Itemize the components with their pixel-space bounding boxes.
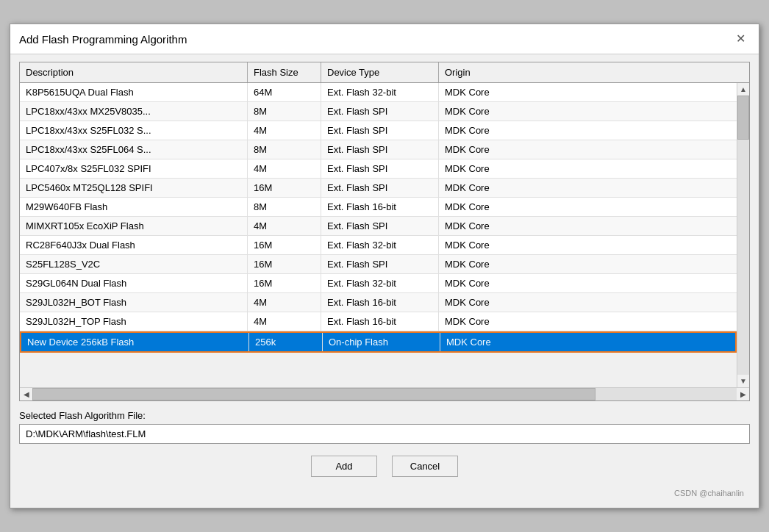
cell-flash-size: 4M bbox=[248, 121, 321, 140]
cell-flash-size: 4M bbox=[248, 312, 321, 331]
cell-origin: MDK Core bbox=[440, 333, 735, 351]
cell-flash-size: 4M bbox=[248, 217, 321, 235]
cell-description: S29GL064N Dual Flash bbox=[20, 274, 248, 292]
cell-description: LPC18xx/43xx S25FL064 S... bbox=[20, 140, 248, 159]
table-row[interactable]: LPC18xx/43xx S25FL064 S...8MExt. Flash S… bbox=[20, 140, 737, 159]
dialog-content: Description Flash Size Device Type Origi… bbox=[10, 54, 759, 508]
table-row[interactable]: MIMXRT105x EcoXiP Flash4MExt. Flash SPIM… bbox=[20, 217, 737, 236]
cell-device-type: Ext. Flash SPI bbox=[321, 159, 439, 178]
dialog-title: Add Flash Programming Algorithm bbox=[19, 33, 187, 46]
col-device-type: Device Type bbox=[321, 62, 439, 82]
algorithm-table: Description Flash Size Device Type Origi… bbox=[19, 62, 750, 401]
cell-description: LPC18xx/43xx S25FL032 S... bbox=[20, 121, 248, 140]
cell-flash-size: 16M bbox=[248, 236, 321, 254]
table-row[interactable]: S29JL032H_TOP Flash4MExt. Flash 16-bitMD… bbox=[20, 312, 737, 331]
cell-origin: MDK Core bbox=[439, 312, 737, 331]
cell-description: LPC407x/8x S25FL032 SPIFI bbox=[20, 159, 248, 178]
table-row[interactable]: M29W640FB Flash8MExt. Flash 16-bitMDK Co… bbox=[20, 198, 737, 217]
col-origin: Origin bbox=[439, 62, 749, 82]
h-scroll-thumb[interactable] bbox=[32, 388, 595, 400]
cell-origin: MDK Core bbox=[439, 255, 737, 273]
table-row[interactable]: S25FL128S_V2C16MExt. Flash SPIMDK Core bbox=[20, 255, 737, 274]
scroll-up-arrow[interactable]: ▲ bbox=[737, 83, 749, 96]
table-header: Description Flash Size Device Type Origi… bbox=[20, 62, 749, 83]
selected-file-input[interactable] bbox=[19, 424, 750, 444]
cell-origin: MDK Core bbox=[439, 140, 737, 159]
table-row[interactable]: LPC18xx/43xx MX25V8035...8MExt. Flash SP… bbox=[20, 102, 737, 121]
col-description: Description bbox=[20, 62, 248, 82]
cancel-button[interactable]: Cancel bbox=[392, 456, 458, 477]
cell-origin: MDK Core bbox=[439, 293, 737, 312]
add-button[interactable]: Add bbox=[311, 456, 377, 477]
cell-origin: MDK Core bbox=[439, 121, 737, 140]
cell-origin: MDK Core bbox=[439, 83, 737, 101]
cell-origin: MDK Core bbox=[439, 274, 737, 292]
title-bar: Add Flash Programming Algorithm ✕ bbox=[10, 24, 759, 54]
selected-file-label: Selected Flash Algorithm File: bbox=[19, 410, 750, 421]
cell-flash-size: 256k bbox=[249, 333, 323, 351]
cell-description: LPC5460x MT25QL128 SPIFI bbox=[20, 179, 248, 197]
scroll-left-arrow[interactable]: ◀ bbox=[20, 388, 32, 400]
cell-device-type: Ext. Flash 16-bit bbox=[321, 312, 439, 331]
button-row: Add Cancel bbox=[19, 456, 750, 477]
cell-device-type: Ext. Flash SPI bbox=[321, 217, 439, 235]
cell-flash-size: 16M bbox=[248, 255, 321, 273]
cell-flash-size: 16M bbox=[248, 179, 321, 197]
cell-description: LPC18xx/43xx MX25V8035... bbox=[20, 102, 248, 121]
h-scroll-track[interactable] bbox=[32, 388, 737, 400]
cell-device-type: Ext. Flash SPI bbox=[321, 121, 439, 140]
cell-flash-size: 8M bbox=[248, 140, 321, 159]
cell-description: New Device 256kB Flash bbox=[21, 333, 249, 351]
cell-description: K8P5615UQA Dual Flash bbox=[20, 83, 248, 101]
horizontal-scrollbar[interactable]: ◀ ▶ bbox=[20, 387, 749, 400]
vertical-scrollbar[interactable]: ▲ ▼ bbox=[737, 83, 749, 387]
cell-device-type: Ext. Flash SPI bbox=[321, 140, 439, 159]
scroll-right-arrow[interactable]: ▶ bbox=[737, 388, 749, 400]
cell-device-type: Ext. Flash 16-bit bbox=[321, 198, 439, 216]
table-row[interactable]: LPC18xx/43xx S25FL032 S...4MExt. Flash S… bbox=[20, 121, 737, 140]
cell-device-type: Ext. Flash 32-bit bbox=[321, 83, 439, 101]
table-row[interactable]: LPC407x/8x S25FL032 SPIFI4MExt. Flash SP… bbox=[20, 159, 737, 179]
watermark: CSDN @chaihanlin bbox=[19, 486, 750, 500]
cell-flash-size: 16M bbox=[248, 274, 321, 292]
table-row[interactable]: New Device 256kB Flash256kOn-chip FlashM… bbox=[20, 331, 737, 353]
cell-description: S25FL128S_V2C bbox=[20, 255, 248, 273]
cell-origin: MDK Core bbox=[439, 217, 737, 235]
cell-origin: MDK Core bbox=[439, 198, 737, 216]
cell-description: S29JL032H_BOT Flash bbox=[20, 293, 248, 312]
cell-origin: MDK Core bbox=[439, 236, 737, 254]
table-body[interactable]: K8P5615UQA Dual Flash64MExt. Flash 32-bi… bbox=[20, 83, 737, 387]
cell-description: MIMXRT105x EcoXiP Flash bbox=[20, 217, 248, 235]
add-flash-dialog: Add Flash Programming Algorithm ✕ Descri… bbox=[10, 24, 759, 508]
col-flash-size: Flash Size bbox=[248, 62, 321, 82]
cell-origin: MDK Core bbox=[439, 102, 737, 121]
table-body-wrapper: K8P5615UQA Dual Flash64MExt. Flash 32-bi… bbox=[20, 83, 749, 387]
table-row[interactable]: RC28F640J3x Dual Flash16MExt. Flash 32-b… bbox=[20, 236, 737, 255]
cell-origin: MDK Core bbox=[439, 179, 737, 197]
cell-description: S29JL032H_TOP Flash bbox=[20, 312, 248, 331]
cell-description: RC28F640J3x Dual Flash bbox=[20, 236, 248, 254]
cell-device-type: Ext. Flash SPI bbox=[321, 179, 439, 197]
cell-device-type: On-chip Flash bbox=[323, 333, 440, 351]
scroll-track[interactable] bbox=[737, 96, 749, 375]
table-row[interactable]: K8P5615UQA Dual Flash64MExt. Flash 32-bi… bbox=[20, 83, 737, 102]
cell-description: M29W640FB Flash bbox=[20, 198, 248, 216]
scroll-down-arrow[interactable]: ▼ bbox=[737, 375, 749, 387]
cell-origin: MDK Core bbox=[439, 159, 737, 178]
table-row[interactable]: S29JL032H_BOT Flash4MExt. Flash 16-bitMD… bbox=[20, 293, 737, 312]
cell-flash-size: 4M bbox=[248, 159, 321, 178]
cell-flash-size: 64M bbox=[248, 83, 321, 101]
scroll-thumb[interactable] bbox=[737, 96, 749, 140]
cell-device-type: Ext. Flash 16-bit bbox=[321, 293, 439, 312]
cell-device-type: Ext. Flash 32-bit bbox=[321, 274, 439, 292]
cell-flash-size: 4M bbox=[248, 293, 321, 312]
cell-device-type: Ext. Flash SPI bbox=[321, 255, 439, 273]
cell-device-type: Ext. Flash SPI bbox=[321, 102, 439, 121]
cell-device-type: Ext. Flash 32-bit bbox=[321, 236, 439, 254]
cell-flash-size: 8M bbox=[248, 102, 321, 121]
close-button[interactable]: ✕ bbox=[732, 32, 750, 46]
table-row[interactable]: LPC5460x MT25QL128 SPIFI16MExt. Flash SP… bbox=[20, 179, 737, 198]
table-row[interactable]: S29GL064N Dual Flash16MExt. Flash 32-bit… bbox=[20, 274, 737, 293]
cell-flash-size: 8M bbox=[248, 198, 321, 216]
